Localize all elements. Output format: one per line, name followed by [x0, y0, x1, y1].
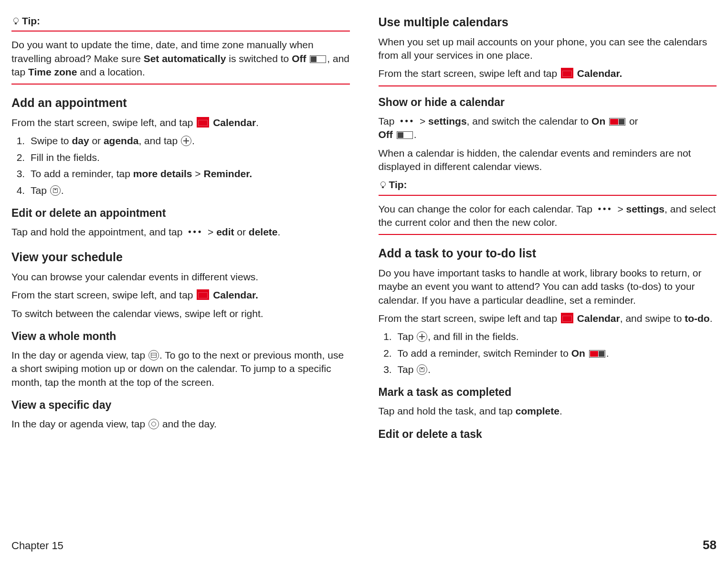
page-footer: Chapter 15 58 — [11, 537, 717, 553]
tip-heading: Tip: — [11, 14, 350, 28]
divider — [379, 85, 717, 86]
ordered-list: Tap , and fill in the fields. To add a r… — [379, 330, 717, 376]
text: From the start screen, swipe left and ta… — [379, 313, 560, 324]
text-bold: more details — [133, 168, 192, 179]
list-item: To add a reminder, switch Reminder to On… — [395, 347, 717, 360]
text: From the start screen, swipe left, and t… — [11, 289, 196, 300]
toggle-on-icon — [609, 118, 625, 126]
text: Tap — [31, 185, 50, 196]
paragraph: In the day or agenda view, tap and the d… — [11, 417, 350, 431]
text-bold: to-do — [685, 313, 709, 324]
text: > — [615, 203, 626, 214]
heading-mark-completed: Mark a task as completed — [379, 385, 717, 400]
text: and the day. — [159, 418, 217, 429]
list-item: To add a reminder, tap more details > Re… — [28, 167, 350, 181]
plus-icon — [417, 331, 427, 342]
save-icon — [417, 364, 427, 375]
paragraph: To switch between the calendar views, sw… — [11, 307, 350, 320]
paragraph: Tap and hold the appointment, and tap ••… — [11, 225, 350, 239]
text: Tap and hold the task, and tap — [379, 405, 516, 416]
toggle-on-icon — [589, 350, 605, 358]
paragraph: Tap and hold the task, and tap complete. — [379, 404, 717, 418]
ordered-list: Swipe to day or agenda, and tap . Fill i… — [11, 134, 350, 197]
calendar-icon — [197, 117, 209, 127]
heading-edit-delete-task: Edit or delete a task — [379, 427, 717, 442]
text-bold: settings — [626, 203, 665, 214]
more-icon: ••• — [400, 115, 415, 127]
text: Tap and hold the appointment, and tap — [11, 226, 185, 237]
tip-body: Do you want to update the time, date, an… — [11, 38, 350, 79]
text-bold: Reminder. — [203, 168, 252, 179]
text: > — [192, 168, 204, 179]
tip-icon — [11, 17, 20, 25]
heading-add-task: Add a task to your to-do list — [379, 245, 717, 262]
paragraph: From the start screen, swipe left, and t… — [11, 116, 350, 129]
chapter-label: Chapter 15 — [11, 539, 63, 553]
text: > — [417, 116, 428, 127]
text: , and swipe to — [620, 313, 685, 324]
right-column: Use multiple calendars When you set up m… — [379, 14, 717, 446]
text: or — [234, 226, 248, 237]
text: or — [626, 116, 638, 127]
text: Tap — [379, 116, 398, 127]
page-number: 58 — [703, 537, 717, 553]
tip-label-text: Tip: — [22, 14, 40, 28]
text: , and switch the calendar to — [467, 116, 592, 127]
toggle-off-icon — [310, 55, 326, 63]
heading-multiple-calendars: Use multiple calendars — [379, 14, 717, 31]
paragraph: Do you have important tasks to handle at… — [379, 266, 717, 307]
text-bold: settings — [428, 116, 467, 127]
text: , and fill in the fields. — [428, 331, 518, 342]
list-item: Tap . — [28, 184, 350, 197]
list-item: Fill in the fields. — [28, 151, 350, 164]
paragraph: Tap ••• > settings, and switch the calen… — [379, 115, 717, 142]
paragraph: From the start screen, swipe left and ta… — [379, 312, 717, 325]
divider — [379, 195, 717, 196]
text: You can change the color for each calend… — [379, 203, 595, 214]
text-bold: edit — [216, 226, 234, 237]
text: To add a reminder, tap — [31, 168, 133, 179]
more-icon: ••• — [598, 203, 613, 214]
paragraph: From the start screen, swipe left, and t… — [11, 288, 350, 302]
text-bold: Calendar — [213, 117, 256, 128]
heading-edit-delete: Edit or delete an appointment — [11, 206, 350, 221]
heading-add-appointment: Add an appointment — [11, 95, 350, 111]
text: and a location. — [77, 66, 145, 77]
text: From the start screen, swipe left and ta… — [379, 68, 560, 79]
text-bold: Time zone — [28, 66, 77, 77]
divider — [11, 84, 350, 85]
text: In the day or agenda view, tap — [11, 350, 148, 361]
day-icon — [148, 419, 159, 429]
tip-label-text: Tip: — [389, 178, 407, 191]
left-column: Tip: Do you want to update the time, dat… — [11, 14, 350, 446]
divider — [379, 234, 717, 235]
text: is switched to — [226, 53, 292, 64]
save-icon — [50, 185, 61, 196]
tip-body: You can change the color for each calend… — [379, 202, 717, 230]
plus-icon — [181, 136, 191, 146]
text-bold: Off — [379, 129, 393, 140]
text-bold: On — [571, 348, 585, 359]
text-bold: day — [72, 135, 89, 146]
list-item: Tap , and fill in the fields. — [395, 330, 717, 343]
paragraph: From the start screen, swipe left and ta… — [379, 67, 717, 80]
calendar-icon — [561, 313, 573, 323]
heading-view-month: View a whole month — [11, 329, 350, 344]
heading-view-schedule: View your schedule — [11, 249, 350, 266]
text-bold: Set automatically — [144, 53, 226, 64]
text: To add a reminder, switch Reminder to — [398, 348, 571, 359]
text: From the start screen, swipe left, and t… — [11, 117, 196, 128]
tip-heading: Tip: — [379, 178, 717, 191]
paragraph: In the day or agenda view, tap . To go t… — [11, 349, 350, 389]
list-item: Swipe to day or agenda, and tap . — [28, 134, 350, 148]
text-bold: agenda — [104, 135, 139, 146]
text-bold: Calendar — [577, 313, 620, 324]
text: , and tap — [138, 135, 180, 146]
calendar-icon — [561, 68, 573, 78]
text-bold: Calendar. — [213, 289, 258, 300]
toggle-off-icon — [397, 131, 413, 139]
month-icon — [148, 350, 159, 361]
heading-view-day: View a specific day — [11, 398, 350, 413]
text: Swipe to — [31, 135, 72, 146]
text-bold: Calendar. — [577, 68, 622, 79]
